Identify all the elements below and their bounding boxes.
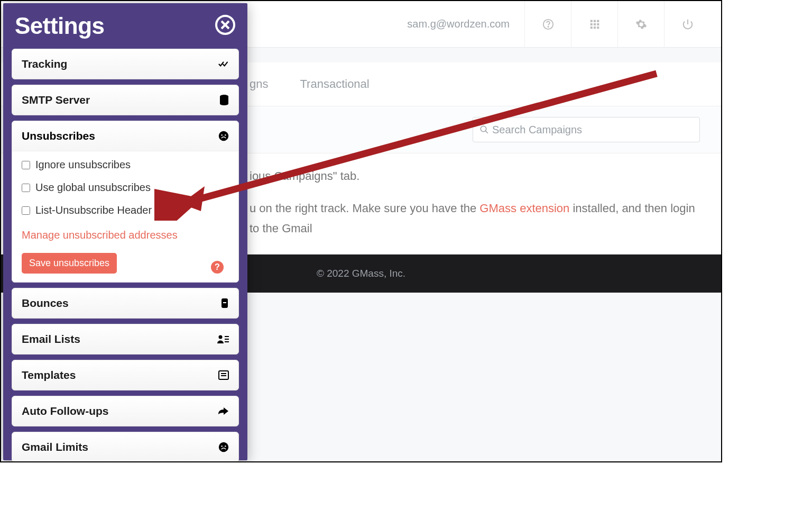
checkbox-ignore-unsubscribes[interactable]: Ignore unsubscribes [12,151,238,174]
panel-title: Settings [15,13,105,39]
sad-face-icon [218,131,229,141]
svg-rect-9 [593,26,595,29]
svg-line-12 [485,131,488,133]
svg-rect-24 [225,339,229,340]
svg-point-18 [221,134,223,136]
search-input[interactable]: Search Campaigns [473,117,700,142]
template-icon [218,370,229,380]
tab-campaigns-fragment[interactable]: gns [250,77,268,91]
checkbox-input[interactable] [22,206,30,215]
svg-point-31 [225,446,226,447]
gear-icon[interactable] [617,1,664,48]
checkbox-global-unsubscribes[interactable]: Use global unsubscribes [12,174,238,197]
body-line-1: ious Campaigns" tab. [250,166,700,186]
svg-point-22 [219,335,223,339]
settings-panel: Settings Tracking SMTP Server Unsubscrib… [3,3,247,460]
search-placeholder: Search Campaigns [492,124,582,136]
user-email: sam.g@wordzen.com [392,18,524,30]
svg-rect-7 [597,23,599,25]
help-icon[interactable] [524,1,571,48]
svg-rect-5 [590,23,592,25]
svg-point-30 [221,446,223,447]
svg-rect-4 [597,20,599,22]
close-icon[interactable] [215,14,236,38]
svg-rect-8 [590,26,592,29]
svg-point-19 [225,134,226,136]
gmass-extension-link[interactable]: GMass extension [479,202,569,215]
checkbox-input[interactable] [22,184,30,192]
svg-point-29 [219,442,228,452]
section-smtp[interactable]: SMTP Server [12,85,239,115]
svg-rect-2 [590,20,592,22]
panel-header: Settings [12,7,239,49]
section-unsubscribes-header[interactable]: Unsubscribes [12,121,238,151]
svg-rect-6 [593,23,595,25]
svg-rect-23 [225,336,229,337]
database-icon [219,95,229,105]
svg-rect-21 [223,302,226,303]
power-icon[interactable] [664,1,710,48]
help-badge-icon[interactable]: ? [211,261,224,274]
section-unsubscribes: Unsubscribes Ignore unsubscribes Use glo… [12,121,239,283]
svg-rect-10 [597,26,599,29]
svg-rect-25 [225,341,229,342]
svg-point-17 [219,131,228,141]
checkbox-list-unsubscribe-header[interactable]: List-Unsubscribe Header [12,197,238,220]
section-gmail-limits[interactable]: Gmail Limits [12,432,239,462]
apps-icon[interactable] [571,1,617,48]
tab-transactional[interactable]: Transactional [300,77,369,91]
sad-face-icon [218,442,229,452]
forward-icon [217,407,229,415]
manage-unsubscribed-link[interactable]: Manage unsubscribed addresses [12,220,238,247]
checkmarks-icon [218,60,229,68]
svg-rect-3 [593,20,595,22]
section-tracking[interactable]: Tracking [12,49,239,79]
bounces-icon [220,298,229,308]
user-list-icon [217,334,229,344]
section-bounces[interactable]: Bounces [12,288,239,319]
body-line-2: u on the right track. Make sure you have… [250,198,700,238]
section-email-lists[interactable]: Email Lists [12,324,239,355]
svg-point-11 [481,126,486,132]
section-auto-followups[interactable]: Auto Follow-ups [12,396,239,426]
svg-point-1 [548,26,548,26]
checkbox-input[interactable] [22,161,30,169]
section-templates[interactable]: Templates [12,360,239,390]
footer-text: © 2022 GMass, Inc. [317,268,405,279]
save-unsubscribes-button[interactable]: Save unsubscribes [22,253,117,274]
